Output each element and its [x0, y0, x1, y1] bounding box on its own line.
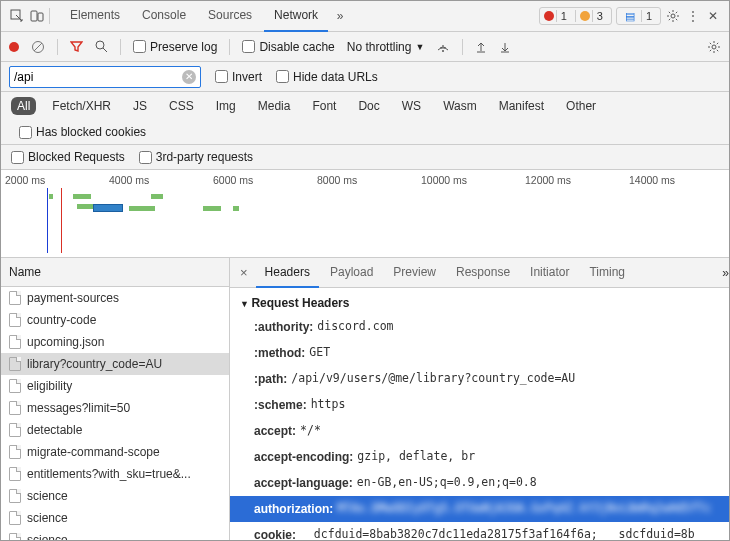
kebab-icon[interactable]: ⋮ — [685, 8, 701, 24]
request-row[interactable]: country-code — [1, 309, 229, 331]
type-filter-wasm[interactable]: Wasm — [437, 97, 483, 115]
header-row[interactable]: accept:*/* — [230, 418, 729, 444]
type-filter-font[interactable]: Font — [306, 97, 342, 115]
hide-data-urls-checkbox[interactable]: Hide data URLs — [276, 70, 378, 84]
header-value: discord.com — [317, 318, 393, 336]
timeline-overview[interactable]: 2000 ms4000 ms6000 ms8000 ms10000 ms1200… — [1, 170, 729, 258]
request-row[interactable]: detectable — [1, 419, 229, 441]
type-filter-js[interactable]: JS — [127, 97, 153, 115]
details-tab-payload[interactable]: Payload — [321, 258, 382, 288]
request-row[interactable]: eligibility — [1, 375, 229, 397]
details-tab-timing[interactable]: Timing — [580, 258, 634, 288]
request-name: science — [27, 511, 68, 525]
file-icon — [9, 423, 21, 437]
header-row[interactable]: accept-language:en-GB,en-US;q=0.9,en;q=0… — [230, 470, 729, 496]
close-icon[interactable]: ✕ — [705, 8, 721, 24]
type-filter-other[interactable]: Other — [560, 97, 602, 115]
type-filter-row-2: Blocked Requests 3rd-party requests — [1, 145, 729, 170]
type-filter-fetch-xhr[interactable]: Fetch/XHR — [46, 97, 117, 115]
blocked-requests-checkbox[interactable]: Blocked Requests — [11, 150, 125, 164]
more-tabs-icon[interactable]: » — [722, 266, 729, 280]
details-tab-response[interactable]: Response — [447, 258, 519, 288]
header-name: accept-language: — [254, 474, 353, 492]
filter-icon[interactable] — [70, 40, 83, 53]
header-row[interactable]: :method:GET — [230, 340, 729, 366]
record-button[interactable] — [9, 42, 19, 52]
settings-icon[interactable] — [665, 8, 681, 24]
tab-console[interactable]: Console — [132, 0, 196, 32]
type-filter-ws[interactable]: WS — [396, 97, 427, 115]
request-row[interactable]: science — [1, 529, 229, 541]
tab-network[interactable]: Network — [264, 0, 328, 32]
request-name: science — [27, 533, 68, 541]
request-row[interactable]: library?country_code=AU — [1, 353, 229, 375]
type-filter-doc[interactable]: Doc — [352, 97, 385, 115]
type-filter-manifest[interactable]: Manifest — [493, 97, 550, 115]
request-row[interactable]: entitlements?with_sku=true&... — [1, 463, 229, 485]
preserve-log-checkbox[interactable]: Preserve log — [133, 40, 217, 54]
filter-input[interactable] — [14, 70, 182, 84]
error-count: 1 — [556, 10, 571, 22]
request-name: science — [27, 489, 68, 503]
issues-badges[interactable]: 1 3 — [539, 7, 612, 25]
messages-badge[interactable]: ▤1 — [616, 7, 661, 25]
svg-rect-2 — [38, 13, 43, 21]
header-row[interactable]: :authority:discord.com — [230, 314, 729, 340]
header-row[interactable]: :scheme:https — [230, 392, 729, 418]
has-blocked-cookies-checkbox[interactable]: Has blocked cookies — [19, 125, 146, 139]
request-name: upcoming.json — [27, 335, 104, 349]
upload-icon[interactable] — [475, 41, 487, 53]
more-tabs-icon[interactable]: » — [332, 8, 348, 24]
message-icon: ▤ — [621, 10, 639, 23]
tab-sources[interactable]: Sources — [198, 0, 262, 32]
type-filter-all[interactable]: All — [11, 97, 36, 115]
header-row[interactable]: accept-encoding:gzip, deflate, br — [230, 444, 729, 470]
device-icon[interactable] — [29, 8, 45, 24]
close-details-icon[interactable]: × — [234, 265, 254, 280]
settings-icon[interactable] — [707, 40, 721, 54]
request-name: library?country_code=AU — [27, 357, 162, 371]
third-party-checkbox[interactable]: 3rd-party requests — [139, 150, 253, 164]
svg-point-3 — [671, 14, 675, 18]
svg-point-9 — [712, 45, 716, 49]
throttling-select[interactable]: No throttling ▼ — [347, 40, 425, 54]
type-filter-css[interactable]: CSS — [163, 97, 200, 115]
header-row[interactable]: :path:/api/v9/users/@me/library?country_… — [230, 366, 729, 392]
request-row[interactable]: migrate-command-scope — [1, 441, 229, 463]
invert-checkbox[interactable]: Invert — [215, 70, 262, 84]
request-row[interactable]: payment-sources — [1, 287, 229, 309]
timeline-label: 14000 ms — [625, 174, 729, 186]
request-row[interactable]: science — [1, 507, 229, 529]
details-tab-headers[interactable]: Headers — [256, 258, 319, 288]
header-name: :scheme: — [254, 396, 307, 414]
tab-elements[interactable]: Elements — [60, 0, 130, 32]
panel-tabs: ElementsConsoleSourcesNetwork — [60, 0, 328, 32]
details-tab-preview[interactable]: Preview — [384, 258, 445, 288]
file-icon — [9, 313, 21, 327]
header-row[interactable]: authorization:MTAx.DMwODIyOTg5.OTUwNjA3O… — [230, 496, 729, 522]
request-row[interactable]: upcoming.json — [1, 331, 229, 353]
filter-input-box[interactable]: ✕ — [9, 66, 201, 88]
request-headers-section[interactable]: Request Headers — [230, 292, 729, 314]
inspect-icon[interactable] — [9, 8, 25, 24]
separator — [49, 8, 50, 24]
request-row[interactable]: science — [1, 485, 229, 507]
disable-cache-checkbox[interactable]: Disable cache — [242, 40, 334, 54]
header-row[interactable]: cookie:__dcfduid=8bab3820c7dc11eda28175f… — [230, 522, 729, 541]
request-row[interactable]: messages?limit=50 — [1, 397, 229, 419]
file-icon — [9, 467, 21, 481]
network-conditions-icon[interactable] — [436, 40, 450, 54]
request-name: migrate-command-scope — [27, 445, 160, 459]
download-icon[interactable] — [499, 41, 511, 53]
clear-icon[interactable] — [31, 40, 45, 54]
requests-header[interactable]: Name — [1, 258, 229, 287]
type-filter-img[interactable]: Img — [210, 97, 242, 115]
type-filter-media[interactable]: Media — [252, 97, 297, 115]
clear-filter-icon[interactable]: ✕ — [182, 70, 196, 84]
header-value: __dcfduid=8bab3820c7dc11eda28175f3af164f… — [300, 526, 695, 541]
details-tab-initiator[interactable]: Initiator — [521, 258, 578, 288]
svg-point-8 — [442, 50, 444, 52]
header-name: :authority: — [254, 318, 313, 336]
search-icon[interactable] — [95, 40, 108, 53]
request-name: country-code — [27, 313, 96, 327]
